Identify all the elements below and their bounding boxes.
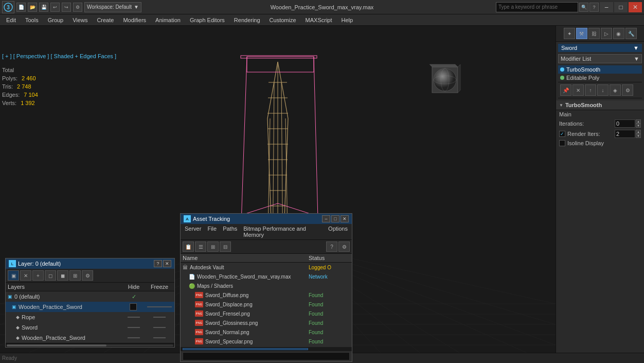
undo-btn[interactable]: ↩	[50, 3, 60, 12]
glossiness-png-icon: PNG	[195, 320, 203, 326]
close-btn[interactable]: ✕	[629, 2, 642, 12]
asset-tool-settings[interactable]: ⚙	[338, 241, 350, 252]
turbosmooth-section: ▼ TurboSmooth Main Iterations: 0 ▲ ▼ Ren…	[556, 100, 644, 147]
render-iters-spinner: ▲ ▼	[636, 130, 641, 138]
menu-animation[interactable]: Animation	[151, 16, 185, 24]
asset-row-maps[interactable]: 🟢 Maps / Shaders	[181, 281, 352, 290]
modifier-item-turbosmooth[interactable]: TurboSmooth	[558, 65, 642, 74]
move-down-btn[interactable]: ↓	[597, 84, 609, 96]
help-btn[interactable]: ?	[589, 3, 599, 12]
isoline-checkbox[interactable]	[559, 140, 565, 146]
utility-icon-btn[interactable]: 🔧	[625, 28, 637, 39]
iterations-down[interactable]: ▼	[636, 124, 641, 128]
title-bar: 3 📄 📂 💾 ↩ ↪ ⚙ Workspace: Default ▼ Woode…	[0, 0, 644, 14]
menu-help[interactable]: Help	[337, 16, 357, 24]
layer-wooden-check[interactable]	[130, 303, 137, 310]
open-file-btn[interactable]: 📂	[28, 3, 37, 12]
layer-wooden-icon: ▣	[12, 304, 16, 309]
asset-tool-3[interactable]: ⊞	[207, 241, 219, 252]
layer-close-btn[interactable]: ✕	[163, 260, 171, 267]
layer-delete-btn[interactable]: ✕	[20, 270, 31, 281]
layer-row-sword[interactable]: ◆ Sword	[6, 322, 174, 333]
viewport-cube[interactable]	[427, 62, 463, 98]
asset-close-btn[interactable]: ✕	[341, 215, 349, 222]
modifier-stack: TurboSmooth Editable Poly	[558, 65, 642, 82]
asset-minimize-btn[interactable]: –	[322, 215, 330, 222]
menu-graph-editors[interactable]: Graph Editors	[186, 16, 229, 24]
menu-tools[interactable]: Tools	[21, 16, 43, 24]
save-file-btn[interactable]: 💾	[39, 3, 48, 12]
menu-group[interactable]: Group	[44, 16, 68, 24]
layer-scrollbar[interactable]	[6, 343, 174, 347]
asset-tool-2[interactable]: ☰	[195, 241, 206, 252]
layer-row-wooden[interactable]: ▣ Wooden_Practice_Sword	[6, 302, 174, 312]
asset-row-specular[interactable]: PNG Sword_Specular.png Found	[181, 337, 352, 346]
asset-row-diffuse[interactable]: PNG Sword_Diffuse.png Found	[181, 290, 352, 300]
layer-active-btn[interactable]: ▣	[8, 270, 19, 281]
asset-tool-help[interactable]: ?	[326, 241, 337, 252]
menu-create[interactable]: Create	[93, 16, 118, 24]
render-iters-value-box[interactable]: 2	[615, 130, 635, 138]
asset-maximize-btn[interactable]: □	[331, 215, 339, 222]
asset-menu-file[interactable]: File	[205, 225, 219, 238]
modify-icon-btn[interactable]: ⚒	[576, 28, 587, 39]
turbosmooth-header[interactable]: ▼ TurboSmooth	[556, 100, 644, 110]
asset-tool-1[interactable]: 📋	[183, 241, 194, 252]
extra-btn[interactable]: ⚙	[73, 3, 82, 12]
maximize-btn[interactable]: □	[614, 2, 628, 12]
layer-select2-btn[interactable]: ◼	[57, 270, 68, 281]
del-modifier-btn[interactable]: ✕	[573, 84, 584, 96]
render-iters-up[interactable]: ▲	[636, 130, 641, 134]
search-bar[interactable]: Type a keyword or phrase	[496, 2, 578, 12]
menu-views[interactable]: Views	[68, 16, 92, 24]
menu-modifiers[interactable]: Modifiers	[119, 16, 150, 24]
asset-row-normal[interactable]: PNG Sword_Normal.png Found	[181, 327, 352, 337]
hierarchy-icon-btn[interactable]: ⛓	[588, 28, 600, 39]
svg-marker-82	[430, 64, 458, 67]
make-unique-btn[interactable]: ◈	[610, 84, 621, 96]
layer-row-wooden2[interactable]: ◆ Wooden_Practice_Sword	[6, 333, 174, 343]
asset-row-frensel[interactable]: PNG Sword_Frensel.png Found	[181, 309, 352, 318]
menu-customize[interactable]: Customize	[265, 16, 300, 24]
display-icon-btn[interactable]: ◉	[613, 28, 624, 39]
search-icon[interactable]: 🔍	[579, 3, 588, 12]
asset-menu-paths[interactable]: Paths	[221, 225, 239, 238]
menu-edit[interactable]: Edit	[2, 16, 20, 24]
render-iters-down[interactable]: ▼	[636, 134, 641, 138]
iterations-value-box[interactable]: 0	[615, 119, 635, 128]
render-iters-checkbox[interactable]	[559, 131, 565, 137]
layer-wooden2-label: Wooden_Practice_Sword	[22, 335, 85, 341]
layer-settings-btn[interactable]: ⚙	[82, 270, 93, 281]
move-up-btn[interactable]: ↑	[585, 84, 596, 96]
asset-row-max-file[interactable]: 📄 Wooden_Practice_Sword_max_vray.max Net…	[181, 272, 352, 281]
asset-menu-server[interactable]: Server	[183, 225, 203, 238]
new-file-btn[interactable]: 📄	[16, 3, 26, 12]
modifier-item-editable-poly[interactable]: Editable Poly	[558, 74, 642, 82]
redo-btn[interactable]: ↪	[62, 3, 71, 12]
modifier-list-dropdown[interactable]: Modifier List ▼	[558, 54, 642, 63]
iterations-up[interactable]: ▲	[636, 119, 641, 124]
asset-row-glossiness[interactable]: PNG Sword_Glossiness.png Found	[181, 318, 352, 327]
layer-select-btn[interactable]: ◻	[45, 270, 56, 281]
minimize-btn[interactable]: –	[600, 2, 613, 12]
layer-name-wooden2: ◆ Wooden_Practice_Sword	[16, 335, 121, 341]
layer-help-btn[interactable]: ?	[154, 260, 162, 267]
asset-menu-options[interactable]: Options	[326, 225, 350, 238]
layer-merge-btn[interactable]: ⊞	[69, 270, 81, 281]
motion-icon-btn[interactable]: ▷	[601, 28, 612, 39]
menu-maxscript[interactable]: MAXScript	[301, 16, 336, 24]
asset-row-displace[interactable]: PNG Sword_Displace.png Found	[181, 300, 352, 309]
menu-rendering[interactable]: Rendering	[230, 16, 264, 24]
asset-menu-bitmap[interactable]: Bitmap Performance and Memory	[241, 225, 324, 238]
pin-btn[interactable]: 📌	[560, 84, 571, 96]
workspace-dropdown[interactable]: Workspace: Default ▼	[84, 2, 141, 12]
create-icon-btn[interactable]: ✦	[564, 28, 575, 39]
asset-tool-4[interactable]: ⊟	[220, 241, 231, 252]
configure-btn[interactable]: ⚙	[622, 84, 633, 96]
asset-row-vault[interactable]: 🏛 Autodesk Vault Logged O	[181, 263, 352, 272]
layer-add-btn[interactable]: +	[32, 270, 44, 281]
layer-scroll-thumb[interactable]	[7, 344, 106, 347]
asset-path-input[interactable]	[183, 352, 350, 360]
layer-row-rope[interactable]: ◆ Rope	[6, 312, 174, 322]
layer-row-default[interactable]: ▣ 0 (default) ✓	[6, 291, 174, 302]
